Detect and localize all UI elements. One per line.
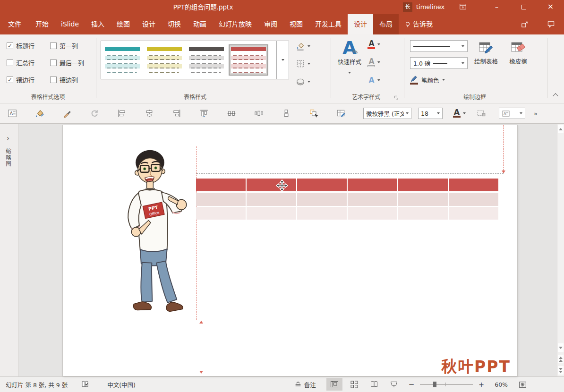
comments-icon[interactable] — [538, 14, 564, 34]
checkbox-镶边列[interactable]: 镶边列 — [50, 75, 97, 84]
scroll-up-icon[interactable] — [558, 125, 564, 133]
tab-绘图[interactable]: 绘图 — [111, 14, 136, 34]
selection-pane-icon[interactable] — [308, 108, 319, 119]
maximize-button[interactable] — [510, 0, 537, 14]
fill-color-icon[interactable] — [34, 108, 45, 119]
pen-color-button[interactable]: 笔颜色 — [410, 75, 445, 85]
slide-canvas[interactable]: PPT Office — [63, 125, 517, 376]
table-cell[interactable] — [297, 207, 347, 220]
font-color-button[interactable]: A — [453, 109, 466, 118]
tab-插入[interactable]: 插入 — [85, 14, 111, 34]
gallery-more-button[interactable] — [276, 41, 289, 79]
checkbox-镶边行[interactable]: ✓镶边行 — [7, 75, 50, 84]
align-bottom-icon[interactable] — [281, 108, 291, 119]
slideshow-view-button[interactable] — [386, 378, 402, 391]
table-cell[interactable] — [348, 193, 397, 206]
text-effects-button[interactable]: A — [367, 77, 380, 84]
next-slide-icon[interactable] — [558, 366, 564, 375]
table-style-dark[interactable] — [188, 45, 225, 75]
user-avatar[interactable]: 长 — [403, 2, 412, 12]
table-cell[interactable] — [398, 179, 448, 191]
zoom-out-button[interactable]: − — [409, 380, 415, 389]
zoom-in-button[interactable]: + — [479, 381, 484, 388]
close-button[interactable]: × — [537, 0, 564, 14]
ribbon-display-options-icon[interactable] — [459, 0, 480, 14]
table-style-olive[interactable] — [145, 45, 183, 75]
tab-tell-me[interactable]: 告诉我 — [399, 14, 438, 34]
animation-frame-icon[interactable] — [476, 108, 487, 119]
table-style-red[interactable] — [230, 45, 267, 75]
tab-幻灯片放映[interactable]: 幻灯片放映 — [213, 14, 258, 34]
format-painter-icon[interactable] — [62, 108, 72, 119]
table-cell[interactable] — [196, 193, 246, 206]
wordart-dialog-launcher-icon[interactable] — [393, 95, 399, 100]
minimize-button[interactable]: – — [483, 0, 510, 14]
tab-动画[interactable]: 动画 — [187, 14, 213, 34]
reading-view-button[interactable] — [366, 378, 382, 391]
language-indicator[interactable]: 中文(中国) — [107, 380, 136, 389]
tab-table-layout[interactable]: 布局 — [373, 14, 399, 34]
tab-切换[interactable]: 切换 — [162, 14, 187, 34]
table-cell[interactable] — [398, 193, 448, 206]
thumbnail-pane-collapsed[interactable]: › 缩略图 — [0, 124, 19, 376]
notes-button[interactable]: 备注 — [294, 380, 316, 389]
font-size-dropdown[interactable]: 18 — [418, 108, 443, 119]
normal-view-button[interactable] — [326, 378, 342, 391]
text-outline-button[interactable]: A — [367, 58, 380, 67]
align-middle-icon[interactable] — [226, 108, 237, 119]
table-cell[interactable] — [297, 179, 347, 191]
text-box-icon[interactable]: A — [7, 108, 17, 119]
zoom-slider[interactable] — [420, 384, 473, 385]
table-cell[interactable] — [247, 207, 296, 220]
tab-审阅[interactable]: 审阅 — [258, 14, 283, 34]
effects-button[interactable] — [296, 77, 310, 86]
checkbox-最后一列[interactable]: 最后一列 — [50, 58, 97, 67]
table-cell[interactable] — [398, 207, 448, 220]
text-box-style-dropdown[interactable]: A — [499, 108, 525, 119]
checkbox-标题行[interactable]: ✓标题行 — [7, 41, 50, 50]
pen-style-dropdown[interactable] — [410, 40, 468, 52]
zoom-slider-thumb[interactable] — [433, 382, 436, 387]
draw-table-button[interactable]: 绘制表格 — [471, 40, 501, 66]
borders-button[interactable] — [296, 59, 310, 68]
table-cell[interactable] — [196, 179, 246, 191]
table-cell[interactable] — [247, 193, 296, 206]
thumbnail-pane-label[interactable]: 缩略图 — [4, 148, 12, 168]
pen-weight-dropdown[interactable]: 1.0 磅 — [410, 57, 468, 69]
table-cell[interactable] — [449, 207, 498, 220]
slide-number-indicator[interactable]: 幻灯片 第 8 张, 共 9 张 — [6, 380, 68, 389]
table-style-teal[interactable] — [103, 45, 141, 75]
table-cell[interactable] — [247, 179, 296, 191]
table-cell[interactable] — [196, 207, 246, 220]
slide-sorter-view-button[interactable] — [346, 378, 362, 391]
more-tools-button[interactable]: » — [534, 110, 538, 117]
slide-logo[interactable]: 秋叶PPT — [441, 354, 511, 377]
table-edit-icon[interactable] — [336, 108, 346, 119]
table-cell[interactable] — [348, 207, 397, 220]
tab-iSlide[interactable]: iSlide — [55, 14, 85, 34]
vertical-scrollbar[interactable] — [557, 124, 564, 376]
table-cell[interactable] — [449, 193, 498, 206]
tab-开发工具[interactable]: 开发工具 — [309, 14, 348, 34]
tab-视图[interactable]: 视图 — [283, 14, 309, 34]
align-center-icon[interactable] — [144, 108, 154, 119]
share-icon[interactable] — [511, 14, 538, 34]
collapse-ribbon-icon[interactable] — [554, 92, 557, 99]
distribute-horizontal-icon[interactable] — [254, 108, 264, 119]
table-cell[interactable] — [449, 179, 498, 191]
text-fill-button[interactable]: A — [367, 40, 380, 49]
scroll-down-icon[interactable] — [558, 343, 564, 352]
tab-table-design-active[interactable]: 设计 — [348, 14, 373, 34]
spellcheck-icon[interactable] — [81, 380, 89, 389]
previous-slide-icon[interactable] — [558, 355, 564, 363]
quick-styles-button[interactable]: A ✎ 快速样式 — [336, 38, 363, 75]
align-top-icon[interactable] — [199, 108, 209, 119]
align-left-icon[interactable] — [117, 108, 127, 119]
tab-设计[interactable]: 设计 — [136, 14, 162, 34]
table-cell[interactable] — [297, 193, 347, 206]
slide-table[interactable] — [196, 179, 498, 220]
user-name[interactable]: timelinex — [416, 0, 444, 14]
checkbox-汇总行[interactable]: 汇总行 — [7, 58, 50, 67]
tab-开始[interactable]: 开始 — [29, 14, 55, 34]
align-right-icon[interactable] — [171, 108, 182, 119]
